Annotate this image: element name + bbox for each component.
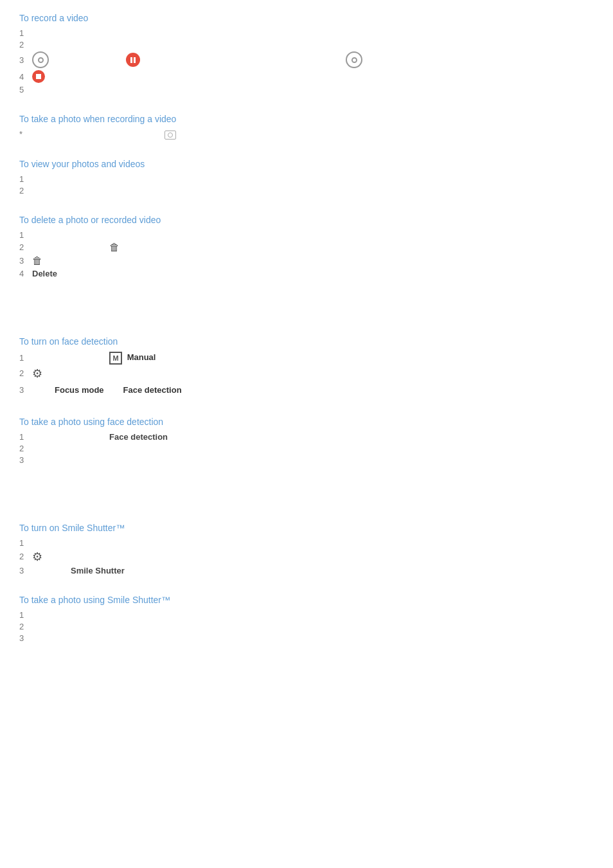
- take-smile-step-2: 2: [19, 622, 594, 631]
- take-face-step-desc-1: Face detection: [32, 432, 594, 442]
- section-take-photo-face: To take a photo using face detection 1 F…: [19, 417, 594, 465]
- section-smile-shutter: To turn on Smile Shutter™ 1 2 ⚙ 3 Smile …: [19, 523, 594, 575]
- delete-step-num-1: 1: [19, 230, 32, 240]
- delete-step-2: 2 🗑: [19, 242, 594, 253]
- note-line: *: [19, 129, 594, 140]
- step-desc-3: [32, 51, 594, 68]
- step-row-2: 2: [19, 40, 594, 50]
- face-detection-heading: To turn on face detection: [19, 336, 594, 347]
- delete-step-3: 3 🗑: [19, 255, 594, 267]
- smile-step-2: 2 ⚙: [19, 550, 594, 564]
- step-row-1: 1: [19, 28, 594, 38]
- face-step-num-1: 1: [19, 353, 32, 363]
- spacer-1: [19, 298, 594, 336]
- page-container: To record a video 1 2 3: [0, 0, 613, 675]
- section-delete-photo: To delete a photo or recorded video 1 2 …: [19, 215, 594, 278]
- smile-step-num-1: 1: [19, 538, 32, 548]
- step-number-2: 2: [19, 40, 32, 50]
- view-step-2: 2: [19, 186, 594, 195]
- smile-step-num-3: 3: [19, 566, 32, 575]
- face-step-3: 3 Focus mode Face detection: [19, 383, 594, 397]
- face-detect-bold-label: Face detection: [109, 432, 168, 442]
- step-row-5: 5: [19, 85, 594, 95]
- smile-shutter-heading: To turn on Smile Shutter™: [19, 523, 594, 533]
- photo-recording-heading: To take a photo when recording a video: [19, 114, 594, 124]
- delete-step-desc-2: 🗑: [32, 242, 594, 253]
- delete-step-1: 1: [19, 230, 594, 240]
- step-row-3: 3: [19, 51, 594, 68]
- section-take-photo-smile: To take a photo using Smile Shutter™ 1 2…: [19, 595, 594, 643]
- face-step-num-2: 2: [19, 368, 32, 378]
- step-row-4: 4: [19, 70, 594, 83]
- gear-icon-smile[interactable]: ⚙: [32, 550, 42, 564]
- smile-step-1: 1: [19, 538, 594, 548]
- take-face-step-1: 1 Face detection: [19, 432, 594, 442]
- section-record-video: To record a video 1 2 3: [19, 13, 594, 95]
- trash-icon-inline: 🗑: [109, 242, 120, 253]
- smile-step-desc-2: ⚙: [32, 550, 594, 564]
- gear-icon[interactable]: ⚙: [32, 366, 42, 381]
- smile-step-desc-3: Smile Shutter: [32, 566, 594, 575]
- take-smile-step-num-3: 3: [19, 633, 32, 643]
- smile-step-num-2: 2: [19, 552, 32, 561]
- face-step-desc-2: ⚙: [32, 366, 594, 381]
- delete-step-num-3: 3: [19, 256, 32, 266]
- view-photos-heading: To view your photos and videos: [19, 159, 594, 169]
- focus-mode-label: Focus mode: [55, 385, 104, 395]
- delete-step-num-2: 2: [19, 242, 32, 252]
- delete-photo-heading: To delete a photo or recorded video: [19, 215, 594, 225]
- note-text: [36, 129, 176, 140]
- take-face-step-num-1: 1: [19, 432, 32, 442]
- smile-step-3: 3 Smile Shutter: [19, 566, 594, 575]
- take-photo-smile-heading: To take a photo using Smile Shutter™: [19, 595, 594, 605]
- face-step-1: 1 M Manual: [19, 352, 594, 365]
- delete-step-num-4: 4: [19, 269, 32, 278]
- stop-button-icon[interactable]: [32, 70, 45, 83]
- asterisk-marker: *: [19, 129, 32, 139]
- view-step-num-2: 2: [19, 186, 32, 195]
- view-step-num-1: 1: [19, 174, 32, 184]
- take-smile-step-num-2: 2: [19, 622, 32, 631]
- trash-icon-3: 🗑: [32, 255, 42, 267]
- step-number-3: 3: [19, 55, 32, 65]
- take-smile-step-3: 3: [19, 633, 594, 643]
- mode-indicator-icon: M: [109, 352, 122, 365]
- record-video-heading: To record a video: [19, 13, 594, 23]
- take-face-step-3: 3: [19, 455, 594, 465]
- smile-shutter-bold-label: Smile Shutter: [71, 566, 125, 575]
- step-number-4: 4: [19, 72, 32, 82]
- take-face-step-2: 2: [19, 444, 594, 453]
- delete-step-desc-3: 🗑: [32, 255, 594, 267]
- view-step-1: 1: [19, 174, 594, 184]
- delete-step-4: 4 Delete: [19, 269, 594, 278]
- face-step-2: 2 ⚙: [19, 366, 594, 381]
- take-smile-step-num-1: 1: [19, 610, 32, 620]
- step-number-1: 1: [19, 28, 32, 38]
- take-smile-step-1: 1: [19, 610, 594, 620]
- face-step-desc-1: M Manual: [32, 352, 594, 365]
- record-button-icon[interactable]: [32, 51, 49, 68]
- section-face-detection: To turn on face detection 1 M Manual 2 ⚙…: [19, 336, 594, 397]
- section-photo-recording: To take a photo when recording a video *: [19, 114, 594, 140]
- focus-face-row: Focus mode Face detection: [32, 385, 594, 395]
- pause-button-icon[interactable]: [126, 53, 140, 67]
- step-desc-4: [32, 70, 594, 83]
- spacer-2: [19, 484, 594, 523]
- record-button-icon-2[interactable]: [346, 51, 362, 68]
- manual-label: Manual: [127, 352, 156, 362]
- section-view-photos: To view your photos and videos 1 2: [19, 159, 594, 195]
- take-face-step-num-3: 3: [19, 455, 32, 465]
- face-step-num-3: 3: [19, 385, 32, 395]
- face-detection-label: Face detection: [123, 385, 182, 395]
- face-step-desc-3: Focus mode Face detection: [32, 383, 594, 397]
- take-face-step-num-2: 2: [19, 444, 32, 453]
- take-photo-face-heading: To take a photo using face detection: [19, 417, 594, 427]
- delete-step-desc-4: Delete: [32, 269, 594, 278]
- step-number-5: 5: [19, 85, 32, 95]
- camera-icon: [164, 131, 176, 140]
